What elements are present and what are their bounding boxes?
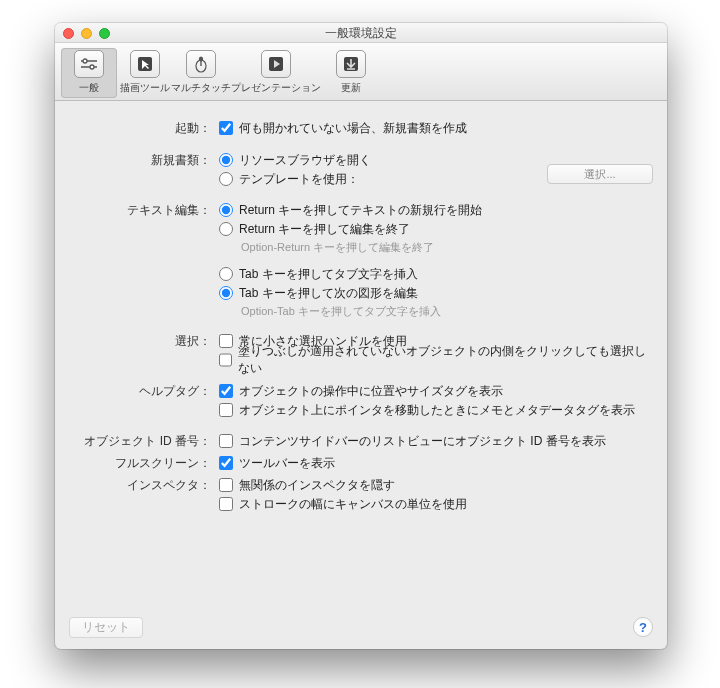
svg-point-2	[83, 59, 87, 63]
checkbox-show-object-id[interactable]	[219, 434, 233, 448]
section-label-textedit: テキスト編集：	[69, 201, 219, 219]
svg-point-6	[199, 57, 203, 62]
hint-option-return: Option-Return キーを押して編集を終了	[241, 240, 653, 255]
checkbox-show-note-meta-tag[interactable]	[219, 403, 233, 417]
titlebar: 一般環境設定	[55, 23, 667, 43]
radio-return-newline[interactable]	[219, 203, 233, 217]
touch-icon	[186, 50, 216, 78]
reset-button[interactable]: リセット	[69, 617, 143, 638]
select-template-button[interactable]: 選択...	[547, 164, 653, 184]
tab-presentation[interactable]: プレゼンテーション	[229, 48, 323, 98]
tab-drawing-tools[interactable]: 描画ツール	[117, 48, 173, 98]
tab-update[interactable]: 更新	[323, 48, 379, 98]
help-button[interactable]: ?	[633, 617, 653, 637]
checkbox-fullscreen-toolbar[interactable]	[219, 456, 233, 470]
checkbox-hide-unrelated-inspectors[interactable]	[219, 478, 233, 492]
preferences-window: 一般環境設定 一般 描画ツール マルチタッチ プレゼンテーション	[55, 23, 667, 649]
radio-use-template[interactable]	[219, 172, 233, 186]
section-label-newdoc: 新規書類：	[69, 151, 219, 169]
hint-option-tab: Option-Tab キーを押してタブ文字を挿入	[241, 304, 653, 319]
section-label-helptag: ヘルプタグ：	[69, 382, 219, 400]
checkbox-show-pos-size-tag[interactable]	[219, 384, 233, 398]
play-icon	[261, 50, 291, 78]
radio-open-resource-browser[interactable]	[219, 153, 233, 167]
preferences-content: 起動： 何も開かれていない場合、新規書類を作成 新規書類： リソースブラウザを開…	[55, 101, 667, 526]
sliders-icon	[74, 50, 104, 78]
checkbox-create-new-on-launch[interactable]	[219, 121, 233, 135]
radio-return-end-edit[interactable]	[219, 222, 233, 236]
tab-general[interactable]: 一般	[61, 48, 117, 98]
section-label-objectid: オブジェクト ID 番号：	[69, 432, 219, 450]
radio-tab-next-shape[interactable]	[219, 286, 233, 300]
radio-tab-insert-char[interactable]	[219, 267, 233, 281]
tab-multitouch[interactable]: マルチタッチ	[173, 48, 229, 98]
toolbar: 一般 描画ツール マルチタッチ プレゼンテーション 更新	[55, 43, 667, 101]
section-label-fullscreen: フルスクリーン：	[69, 454, 219, 472]
checkbox-no-fill-click[interactable]	[219, 353, 232, 367]
section-label-selection: 選択：	[69, 332, 219, 350]
close-window-button[interactable]	[63, 28, 74, 39]
section-label-inspector: インスペクタ：	[69, 476, 219, 494]
checkbox-small-handles[interactable]	[219, 334, 233, 348]
svg-point-3	[90, 65, 94, 69]
download-icon	[336, 50, 366, 78]
minimize-window-button[interactable]	[81, 28, 92, 39]
window-title: 一般環境設定	[55, 23, 667, 43]
checkbox-stroke-canvas-units[interactable]	[219, 497, 233, 511]
section-label-startup: 起動：	[69, 119, 219, 137]
footer: リセット ?	[55, 605, 667, 649]
zoom-window-button[interactable]	[99, 28, 110, 39]
cursor-icon	[130, 50, 160, 78]
